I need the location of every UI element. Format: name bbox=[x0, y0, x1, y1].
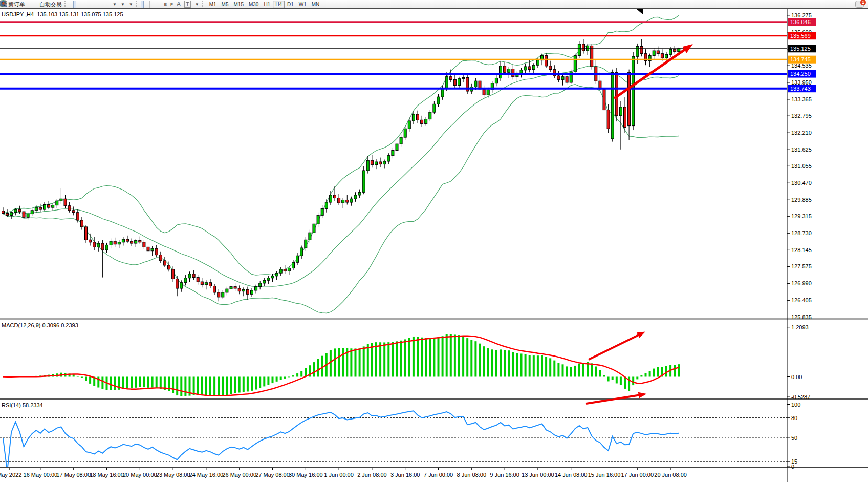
indicators-button[interactable]: ▼ bbox=[111, 1, 118, 8]
candle bbox=[85, 227, 88, 240]
svg-text:125.835: 125.835 bbox=[791, 314, 812, 320]
candle bbox=[76, 213, 79, 220]
candle bbox=[135, 240, 137, 243]
candle bbox=[383, 161, 386, 164]
notifications-button[interactable]: 1 bbox=[855, 1, 864, 8]
zoom-out-button[interactable] bbox=[88, 1, 91, 8]
autotrade-button[interactable]: 自动交易 bbox=[38, 1, 63, 8]
svg-text:133.365: 133.365 bbox=[791, 96, 812, 102]
macd-pane bbox=[3, 334, 679, 396]
timeframe-w1[interactable]: W1 bbox=[296, 1, 309, 8]
tile-windows-button[interactable] bbox=[92, 1, 95, 8]
candle bbox=[404, 129, 406, 137]
svg-text:1 Jun 00:00: 1 Jun 00:00 bbox=[324, 472, 354, 478]
search-icon[interactable] bbox=[0, 0, 7, 7]
candle bbox=[205, 283, 207, 285]
candle bbox=[392, 151, 394, 156]
chart-canvas[interactable]: 136.275135.690135.105134.535133.950133.3… bbox=[0, 9, 868, 482]
candle bbox=[296, 256, 299, 262]
candle bbox=[487, 90, 489, 95]
candle bbox=[500, 66, 502, 78]
candle bbox=[396, 144, 398, 150]
timeframe-m15[interactable]: M15 bbox=[231, 1, 246, 8]
candle bbox=[192, 274, 195, 278]
candle bbox=[611, 72, 614, 139]
candle bbox=[458, 79, 461, 86]
toolbar-grip[interactable] bbox=[202, 1, 205, 7]
auto-scroll-button[interactable] bbox=[99, 1, 102, 8]
signals-button[interactable] bbox=[34, 1, 37, 8]
trend-arrow-annotation bbox=[614, 46, 690, 98]
candle bbox=[553, 70, 556, 76]
timeframe-d1[interactable]: D1 bbox=[285, 1, 296, 8]
timeframe-m30[interactable]: M30 bbox=[246, 1, 261, 8]
toolbar-grip[interactable] bbox=[64, 1, 68, 7]
candle bbox=[417, 114, 419, 120]
candle bbox=[201, 282, 203, 285]
arrows-tool-button[interactable]: ▼ bbox=[193, 1, 201, 8]
candle bbox=[155, 248, 158, 255]
periods-button[interactable]: ▼ bbox=[119, 1, 126, 8]
dropdown-caret-icon: ▼ bbox=[113, 2, 117, 7]
candle bbox=[615, 72, 618, 116]
new-order-button[interactable]: 新订单 bbox=[7, 1, 27, 8]
candle bbox=[557, 76, 560, 79]
timeframe-m5[interactable]: M5 bbox=[219, 1, 231, 8]
candle bbox=[342, 200, 344, 203]
candle bbox=[462, 77, 465, 78]
candle bbox=[425, 119, 427, 124]
market-watch-button[interactable] bbox=[27, 1, 30, 8]
candle bbox=[242, 289, 245, 291]
candle bbox=[528, 67, 531, 70]
text-tool-letter: A bbox=[177, 1, 181, 8]
line-chart-button[interactable] bbox=[77, 1, 80, 8]
label-tool-button[interactable]: T bbox=[183, 1, 192, 8]
candle bbox=[279, 269, 282, 273]
candle bbox=[449, 77, 452, 80]
candle bbox=[387, 156, 390, 161]
templates-button[interactable]: ▼ bbox=[127, 1, 135, 8]
toolbar-grip[interactable] bbox=[136, 1, 139, 7]
candle bbox=[587, 46, 589, 51]
candle bbox=[44, 205, 46, 210]
vline-tool-button[interactable] bbox=[152, 1, 155, 8]
zoom-in-button[interactable] bbox=[84, 1, 88, 8]
candle bbox=[321, 208, 323, 215]
annotations[interactable] bbox=[586, 9, 690, 404]
candle bbox=[168, 265, 170, 269]
text-tool-button[interactable]: A bbox=[175, 1, 182, 8]
svg-text:129.315: 129.315 bbox=[791, 213, 812, 219]
fibonacci-tool-button[interactable]: F bbox=[169, 1, 175, 8]
svg-text:24 May 16:00: 24 May 16:00 bbox=[189, 472, 224, 478]
candle bbox=[105, 245, 108, 250]
bar-chart-button[interactable] bbox=[70, 1, 73, 8]
svg-text:134.745: 134.745 bbox=[790, 56, 811, 62]
candle-chart-button[interactable] bbox=[73, 1, 76, 8]
timeframe-h1[interactable]: H1 bbox=[261, 1, 273, 8]
cursor-tool-button[interactable] bbox=[141, 1, 144, 8]
svg-text:9 Jun 16:00: 9 Jun 16:00 bbox=[490, 472, 519, 478]
crosshair-tool-button[interactable] bbox=[144, 1, 147, 8]
candle bbox=[110, 241, 112, 245]
candle bbox=[657, 51, 659, 54]
dropdown-caret-icon: ▼ bbox=[121, 2, 125, 7]
candle bbox=[325, 202, 328, 208]
chart-shift-button[interactable] bbox=[103, 1, 106, 8]
trendline-tool-button[interactable] bbox=[159, 1, 162, 8]
hline-tool-button[interactable] bbox=[156, 1, 159, 8]
candle bbox=[143, 242, 145, 247]
candle bbox=[358, 192, 361, 195]
svg-text:128.145: 128.145 bbox=[791, 247, 812, 253]
candle bbox=[674, 49, 676, 52]
timeframe-mn[interactable]: MN bbox=[309, 1, 322, 8]
timeframe-h4[interactable]: H4 bbox=[273, 1, 285, 8]
candle bbox=[60, 199, 62, 201]
level-lines[interactable] bbox=[0, 22, 787, 89]
channel-tool-button[interactable]: E bbox=[163, 1, 168, 8]
timeframe-m1[interactable]: M1 bbox=[207, 1, 219, 8]
candle bbox=[678, 49, 680, 52]
candle bbox=[408, 121, 410, 129]
candle bbox=[284, 269, 286, 271]
chart-window-button[interactable] bbox=[31, 1, 34, 8]
svg-text:27 May 08:00: 27 May 08:00 bbox=[255, 472, 290, 478]
